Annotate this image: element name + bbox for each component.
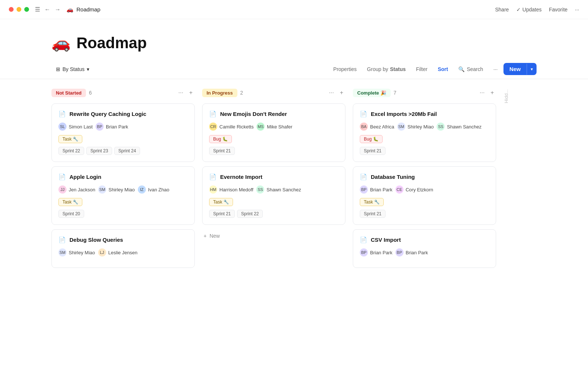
search-button[interactable]: 🔍 Search: [454, 64, 487, 75]
card-csv-import[interactable]: 📄 CSV Import BP Brian Park BP Brian Park: [353, 229, 496, 268]
card-rewrite-query-caching-logic[interactable]: 📄 Rewrite Query Caching Logic SL Simon L…: [51, 103, 195, 162]
sidebar-toggle-button[interactable]: ☰: [33, 4, 42, 14]
assignee: SM Shirley Miao: [58, 248, 95, 256]
assignee-name: Ivan Zhao: [148, 187, 169, 192]
avatar: SM: [98, 185, 106, 194]
card-new-emojis-don't-render[interactable]: 📄 New Emojis Don't Render CR Camille Ric…: [202, 103, 345, 162]
new-item-button[interactable]: New: [503, 63, 527, 75]
close-button[interactable]: [9, 7, 14, 12]
favorite-button[interactable]: Favorite: [549, 7, 568, 13]
avatar: CE: [395, 185, 404, 194]
group-by-button[interactable]: Group by Status: [363, 64, 410, 75]
assignee-name: Shirley Miao: [108, 187, 135, 192]
filter-button[interactable]: Filter: [412, 64, 432, 75]
column-header-not-started: Not Started 6 ··· +: [51, 86, 195, 99]
assignee-name: Cory Etzkorn: [406, 187, 433, 192]
card-tag[interactable]: Task 🔧: [209, 198, 233, 206]
card-tags: Task 🔧: [209, 198, 338, 206]
sprint-tag[interactable]: Sprint 22: [237, 210, 263, 218]
chevron-down-icon: ▾: [87, 66, 89, 72]
sprint-tag[interactable]: Sprint 22: [58, 147, 84, 155]
card-sprints: Sprint 21Sprint 22: [209, 210, 338, 218]
card-assignees: BP Brian Park BP Brian Park: [360, 248, 489, 256]
assignee: CE Cory Etzkorn: [395, 185, 433, 194]
more-options-button[interactable]: ···: [489, 64, 502, 75]
sprint-tag[interactable]: Sprint 23: [86, 147, 112, 155]
card-doc-icon: 📄: [58, 173, 66, 180]
avatar: SS: [437, 123, 445, 131]
sort-button[interactable]: Sort: [433, 64, 452, 75]
sprint-tag[interactable]: Sprint 21: [360, 147, 386, 155]
assignee: CR Camille Ricketts: [209, 123, 254, 131]
col-add-button-complete[interactable]: +: [488, 88, 496, 98]
card-title-text: Rewrite Query Caching Logic: [69, 111, 146, 117]
titlebar: ☰ ← → 🚗 Roadmap Share ✓ Updates Favorite…: [0, 0, 588, 19]
avatar: BP: [395, 248, 404, 256]
col-more-button-complete[interactable]: ···: [477, 88, 487, 98]
sprint-tag[interactable]: Sprint 20: [58, 210, 84, 218]
back-button[interactable]: ←: [43, 5, 52, 14]
assignee-name: Camille Ricketts: [219, 124, 254, 130]
page-title: 🚗 Roadmap: [51, 34, 537, 52]
card-evernote-import[interactable]: 📄 Evernote Import HM Harrison Medoff SS …: [202, 166, 345, 225]
card-sprints: Sprint 21: [360, 210, 489, 218]
forward-button[interactable]: →: [53, 5, 62, 14]
card-apple-login[interactable]: 📄 Apple Login JJ Jen Jackson SM Shirley …: [51, 166, 195, 225]
card-title-text: Debug Slow Queries: [69, 237, 123, 243]
sprint-tag[interactable]: Sprint 21: [209, 210, 235, 218]
card-tag[interactable]: Bug 🐛: [360, 135, 383, 143]
status-badge-not-started: Not Started: [51, 89, 86, 97]
new-item-row[interactable]: +New: [202, 229, 345, 243]
card-excel-imports->20mb-fail[interactable]: 📄 Excel Imports >20Mb Fail BA Beez Afric…: [353, 103, 496, 162]
card-doc-icon: 📄: [360, 110, 367, 117]
col-add-button-not-started[interactable]: +: [187, 88, 195, 98]
card-assignees: HM Harrison Medoff SS Shawn Sanchez: [209, 185, 338, 194]
card-sprints: Sprint 20: [58, 210, 188, 218]
col-more-button-not-started[interactable]: ···: [176, 88, 185, 98]
sprint-tag[interactable]: Sprint 21: [360, 210, 386, 218]
more-button[interactable]: ···: [575, 7, 579, 13]
column-complete: Complete 🎉 7 ··· + 📄 Excel Imports >20Mb…: [353, 86, 496, 272]
avatar: IZ: [138, 185, 146, 194]
view-selector-button[interactable]: ⊞ By Status ▾: [51, 64, 94, 74]
col-more-button-in-progress[interactable]: ···: [327, 88, 336, 98]
col-actions-complete: ··· +: [477, 88, 496, 98]
titlebar-left: ☰ ← → 🚗 Roadmap: [9, 4, 100, 14]
titlebar-right: Share ✓ Updates Favorite ···: [495, 7, 579, 13]
card-sprints: Sprint 21: [209, 147, 338, 155]
assignee: SM Shirley Miao: [397, 123, 434, 131]
view-grid-icon: ⊞: [56, 66, 60, 72]
avatar: CR: [209, 123, 217, 131]
card-doc-icon: 📄: [58, 236, 66, 243]
new-item-dropdown-button[interactable]: ▾: [527, 64, 537, 75]
card-tag[interactable]: Task 🔧: [58, 135, 82, 143]
assignee: BP Brian Park: [360, 185, 392, 194]
card-debug-slow-queries[interactable]: 📄 Debug Slow Queries SM Shirley Miao LJ …: [51, 229, 195, 268]
card-tag[interactable]: Bug 🐛: [209, 135, 232, 143]
share-button[interactable]: Share: [495, 7, 509, 13]
card-database-tuning[interactable]: 📄 Database Tuning BP Brian Park CE Cory …: [353, 166, 496, 225]
card-tag[interactable]: Task 🔧: [58, 198, 82, 206]
minimize-button[interactable]: [17, 7, 21, 12]
view-label: By Status: [62, 66, 85, 72]
sprint-tag[interactable]: Sprint 21: [209, 147, 235, 155]
assignee: SS Shawn Sanchez: [256, 185, 301, 194]
card-tags: Bug 🐛: [360, 135, 489, 143]
avatar: MS: [257, 123, 265, 131]
column-count-complete: 7: [394, 90, 397, 96]
updates-button[interactable]: ✓ Updates: [516, 7, 542, 13]
card-tag[interactable]: Task 🔧: [360, 198, 384, 206]
properties-button[interactable]: Properties: [329, 64, 361, 75]
assignee: BP Brian Park: [96, 123, 128, 131]
card-doc-icon: 📄: [360, 173, 367, 180]
status-badge-in-progress: In Progress: [202, 89, 237, 97]
maximize-button[interactable]: [24, 7, 29, 12]
sprint-tag[interactable]: Sprint 24: [114, 147, 140, 155]
column-in-progress: In Progress 2 ··· + 📄 New Emojis Don't R…: [202, 86, 345, 243]
status-badge-complete: Complete 🎉: [353, 89, 391, 97]
column-hidden: Hidd...: [503, 86, 533, 106]
col-add-button-in-progress[interactable]: +: [338, 88, 345, 98]
assignee: BA Beez Africa: [360, 123, 394, 131]
assignee: BP Brian Park: [395, 248, 428, 256]
page-emoji: 🚗: [51, 34, 71, 52]
